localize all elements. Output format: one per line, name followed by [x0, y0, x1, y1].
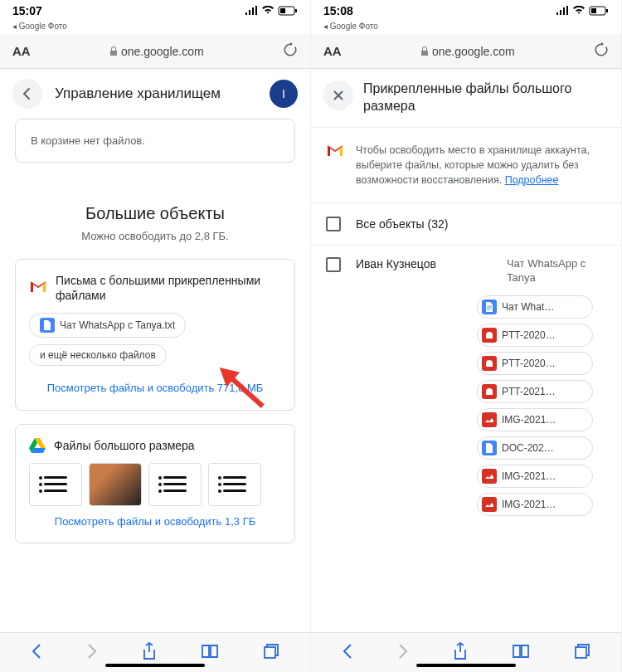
back-button[interactable]	[12, 79, 42, 109]
home-indicator[interactable]	[105, 664, 205, 667]
close-button[interactable]	[323, 80, 353, 110]
info-text: Чтобы освободить место в хранилище аккау…	[356, 143, 606, 187]
doc-icon	[482, 299, 497, 314]
review-drive-link[interactable]: Посмотреть файлы и освободить 1,3 ГБ	[29, 514, 281, 529]
page-content: Прикрепленные файлы большого размера Что…	[311, 69, 621, 632]
all-items-row[interactable]: Все объекты (32)	[311, 203, 621, 246]
reload-button[interactable]	[283, 42, 298, 61]
status-right-icons	[245, 6, 298, 16]
attachment-chip[interactable]: PTT-2020…	[477, 352, 593, 375]
file-thumbnails	[29, 463, 281, 506]
avatar[interactable]: I	[270, 80, 298, 108]
attachment-chip[interactable]: PTT-2020…	[477, 324, 593, 347]
attachment-chip[interactable]: Чат What…	[477, 295, 593, 319]
nav-back-button[interactable]	[31, 643, 42, 663]
page-title: Прикрепленные файлы большого размера	[363, 80, 609, 115]
attachment-chip[interactable]: IMG-2021…	[477, 493, 593, 516]
file-thumb[interactable]	[29, 463, 82, 506]
safari-address-bar: AA one.google.com	[0, 34, 310, 69]
phone-left: 15:07 ◂ Google Фото AA one.google.com Уп…	[0, 0, 311, 672]
status-right-icons	[556, 6, 609, 16]
lock-icon	[420, 46, 429, 56]
file-name: IMG-2021…	[502, 499, 556, 510]
attachment-list: Чат What…PTT-2020…PTT-2020…PTT-2021…IMG-…	[477, 295, 621, 516]
all-items-label: Все объекты (32)	[356, 217, 448, 231]
file-name: IMG-2021…	[502, 414, 556, 426]
red-icon	[482, 328, 497, 343]
checkbox-all[interactable]	[326, 217, 341, 231]
attachment-chip[interactable]: IMG-2021…	[477, 465, 593, 488]
url-display[interactable]: one.google.com	[420, 45, 515, 58]
text-size-button[interactable]: AA	[323, 44, 342, 58]
trash-empty-card: В корзине нет файлов.	[15, 119, 295, 163]
page-content: Управление хранилищем I В корзине нет фа…	[0, 69, 310, 632]
gmail-icon	[29, 280, 47, 295]
img-icon	[482, 469, 497, 484]
section-subtitle: Можно освободить до 2,8 ГБ.	[15, 230, 295, 242]
section-title: Большие объекты	[15, 204, 295, 223]
img-icon	[482, 497, 497, 512]
safari-address-bar: AA one.google.com	[311, 34, 621, 69]
share-button[interactable]	[453, 642, 468, 664]
file-name: DOC-202…	[502, 442, 554, 454]
url-display[interactable]: one.google.com	[109, 45, 204, 58]
lock-icon	[109, 46, 118, 56]
svg-rect-1	[295, 9, 297, 12]
status-time: 15:08	[323, 4, 353, 17]
back-app-link[interactable]: ◂ Google Фото	[0, 22, 310, 34]
file-thumb[interactable]	[89, 463, 142, 506]
file-name: IMG-2021…	[502, 470, 556, 482]
status-time: 15:07	[12, 4, 42, 17]
gmail-large-attachments-card[interactable]: Письма с большими прикрепленными файлами…	[15, 259, 295, 411]
blue-icon	[482, 441, 497, 455]
img-icon	[482, 412, 497, 427]
email-row[interactable]: Иван Кузнецов Чат WhatsApp с Tanya	[311, 246, 621, 285]
email-subject: Чат WhatsApp с Tanya	[507, 257, 606, 285]
card-title: Письма с большими прикрепленными файлами	[56, 273, 281, 303]
file-name: PTT-2021…	[502, 386, 556, 397]
red-icon	[482, 384, 497, 399]
svg-rect-2	[280, 8, 285, 13]
attachment-chip[interactable]: DOC-202…	[477, 436, 593, 460]
info-block: Чтобы освободить место в хранилище аккау…	[311, 128, 621, 203]
file-chip[interactable]: Чат WhatsApp с Tanya.txt	[29, 313, 186, 338]
tabs-button[interactable]	[574, 643, 590, 663]
attachment-chip[interactable]: PTT-2021…	[477, 380, 593, 403]
tabs-button[interactable]	[263, 643, 279, 663]
text-size-button[interactable]: AA	[12, 44, 31, 58]
bookmarks-button[interactable]	[512, 644, 530, 662]
share-button[interactable]	[142, 642, 157, 664]
file-thumb[interactable]	[148, 463, 202, 506]
status-bar: 15:07	[0, 0, 310, 22]
svg-rect-10	[576, 647, 586, 658]
file-thumb[interactable]	[208, 463, 261, 506]
svg-rect-6	[591, 8, 596, 13]
reload-button[interactable]	[594, 42, 609, 61]
attachment-chip[interactable]: IMG-2021…	[477, 408, 593, 431]
drive-icon	[29, 438, 46, 453]
learn-more-link[interactable]: Подробнее	[505, 174, 559, 186]
status-bar: 15:08	[311, 0, 621, 22]
file-name: PTT-2020…	[502, 329, 556, 341]
phone-right: 15:08 ◂ Google Фото AA one.google.com Пр…	[311, 0, 622, 672]
home-indicator[interactable]	[416, 664, 516, 667]
nav-forward-button[interactable]	[397, 643, 409, 663]
review-gmail-link[interactable]: Посмотреть файлы и освободить 771,8 МБ	[29, 381, 281, 396]
svg-rect-3	[265, 647, 275, 658]
page-header: Прикрепленные файлы большого размера	[311, 69, 621, 128]
file-name: Чат What…	[502, 301, 554, 313]
back-app-link[interactable]: ◂ Google Фото	[311, 22, 621, 34]
sender-name: Иван Кузнецов	[356, 257, 492, 270]
page-title: Управление хранилищем	[55, 85, 257, 102]
bookmarks-button[interactable]	[201, 644, 219, 662]
large-objects-section: Большие объекты Можно освободить до 2,8 …	[0, 204, 310, 543]
card-title: Файлы большого размера	[54, 438, 195, 453]
checkbox-item[interactable]	[326, 257, 341, 272]
nav-back-button[interactable]	[342, 643, 353, 663]
doc-icon	[40, 318, 55, 333]
drive-large-files-card[interactable]: Файлы большого размера Посмотреть файлы …	[15, 424, 295, 543]
more-files-chip[interactable]: и ещё несколько файлов	[29, 344, 167, 366]
file-name: PTT-2020…	[502, 358, 556, 369]
nav-forward-button[interactable]	[86, 643, 98, 663]
page-header: Управление хранилищем I	[0, 69, 310, 119]
